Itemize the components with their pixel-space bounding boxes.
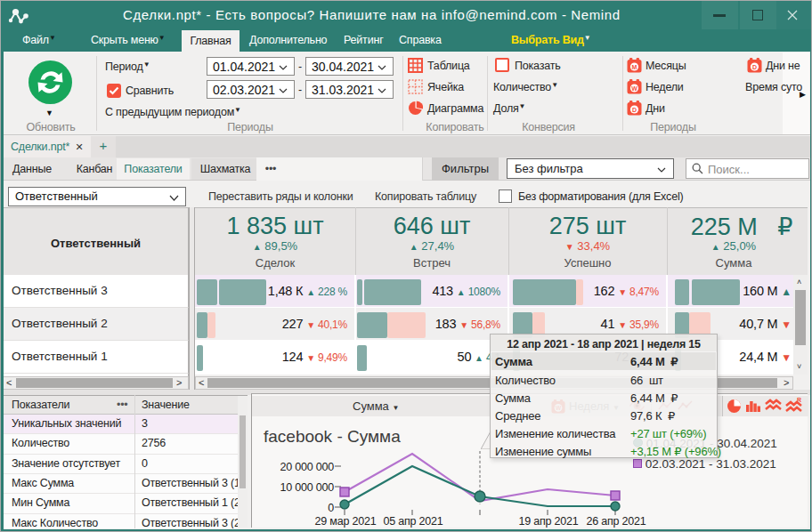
- svg-text:D: D: [752, 64, 757, 70]
- svg-text:D: D: [632, 107, 637, 113]
- svg-text:W: W: [631, 85, 637, 92]
- svg-text:M: M: [632, 64, 637, 70]
